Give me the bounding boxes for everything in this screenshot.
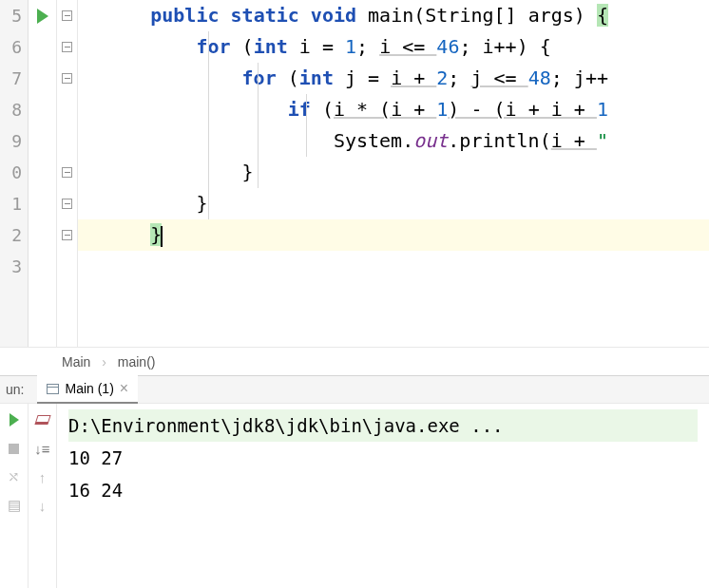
fold-toggle-icon[interactable] bbox=[57, 0, 77, 31]
line-number[interactable]: 3 bbox=[0, 251, 22, 282]
down-icon[interactable]: ↓ bbox=[34, 497, 51, 514]
line-number[interactable]: 8 bbox=[0, 94, 22, 125]
line-number[interactable]: 6 bbox=[0, 31, 22, 63]
line-number[interactable]: 2 bbox=[0, 219, 22, 251]
run-main-icon[interactable] bbox=[29, 0, 56, 31]
erase-icon[interactable] bbox=[34, 411, 51, 428]
line-number[interactable]: 1 bbox=[0, 188, 22, 219]
run-config-tab[interactable]: Main (1) × bbox=[37, 375, 138, 404]
fold-toggle-icon[interactable] bbox=[57, 188, 77, 219]
up-icon[interactable]: ↑ bbox=[34, 468, 51, 485]
stop-icon[interactable] bbox=[6, 440, 23, 457]
caret bbox=[161, 226, 163, 247]
code-content-area[interactable]: public static void main(String[] args) {… bbox=[78, 0, 709, 347]
application-icon bbox=[47, 384, 59, 394]
close-icon[interactable]: × bbox=[120, 374, 128, 403]
console-output[interactable]: D:\Environment\jdk8\jdk\bin\java.exe ...… bbox=[57, 404, 709, 588]
run-panel-label: un: bbox=[0, 375, 29, 404]
fold-gutter bbox=[57, 0, 78, 347]
breadcrumb[interactable]: Main › main() bbox=[0, 347, 709, 375]
console-output-line: 10 27 bbox=[68, 442, 698, 474]
console-output-line: 16 24 bbox=[68, 474, 698, 506]
run-toolbar-primary: ⤯ ▤ bbox=[0, 404, 29, 588]
exit-icon[interactable]: ⤯ bbox=[6, 468, 23, 485]
code-editor: 5 6 7 8 9 0 1 2 3 public static void mai… bbox=[0, 0, 709, 347]
scroll-to-end-icon[interactable]: ↓≡ bbox=[34, 440, 51, 457]
console-cmd-line: D:\Environment\jdk8\jdk\bin\java.exe ... bbox=[68, 409, 698, 442]
line-number[interactable]: 0 bbox=[0, 157, 22, 188]
layout-icon[interactable]: ▤ bbox=[6, 497, 23, 514]
run-icon-gutter bbox=[29, 0, 57, 347]
chevron-right-icon: › bbox=[102, 354, 106, 370]
fold-toggle-icon[interactable] bbox=[57, 63, 77, 94]
breadcrumb-class[interactable]: Main bbox=[62, 354, 90, 370]
fold-toggle-icon[interactable] bbox=[57, 219, 77, 251]
line-number-gutter: 5 6 7 8 9 0 1 2 3 bbox=[0, 0, 29, 347]
breadcrumb-method[interactable]: main() bbox=[118, 354, 156, 370]
fold-toggle-icon[interactable] bbox=[57, 157, 77, 188]
line-number[interactable]: 7 bbox=[0, 63, 22, 94]
run-tab-name: Main (1) bbox=[65, 374, 113, 403]
run-tool-window: ⤯ ▤ ↓≡ ↑ ↓ D:\Environment\jdk8\jdk\bin\j… bbox=[0, 404, 709, 588]
line-number[interactable]: 5 bbox=[0, 0, 22, 31]
rerun-icon[interactable] bbox=[6, 411, 23, 428]
run-panel-header: un: Main (1) × bbox=[0, 375, 709, 404]
fold-toggle-icon[interactable] bbox=[57, 31, 77, 63]
line-number[interactable]: 9 bbox=[0, 125, 22, 157]
run-toolbar-secondary: ↓≡ ↑ ↓ bbox=[29, 404, 57, 588]
